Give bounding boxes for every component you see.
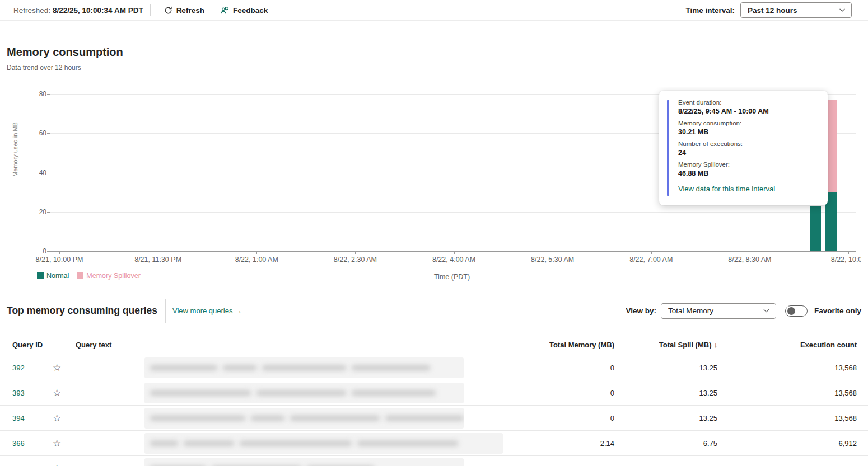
gridline [50,212,856,213]
x-tick-label: 8/22, 8:30 AM [728,256,771,263]
x-tick-label: 8/22, 10:00 [831,256,861,263]
tooltip-spillover-label: Memory Spillover: [678,161,819,169]
table-row: 392 ☆ 0 13.25 13,568 [0,355,868,380]
memory-section-subtitle: Data trend over 12 hours [7,64,81,72]
total-memory-value: 2.14 [530,439,614,448]
total-spill-value: 13.25 [622,364,717,372]
execution-count-value: 256 [767,464,857,466]
query-text-redacted [144,383,464,403]
feedback-button[interactable]: Feedback [214,4,273,17]
tooltip-spillover-value: 46.88 MB [678,169,819,178]
query-text-redacted [144,408,464,429]
y-tick-label: 0 [27,247,46,255]
x-axis-title: Time (PDT) [50,273,854,281]
x-tick-label: 8/22, 5:30 AM [531,256,574,263]
memory-consumption-chart: Memory used in MB 0204060808/21, 10:00 P… [7,87,861,284]
total-memory-value: 0 [530,464,614,466]
y-tick-label: 40 [27,169,46,177]
query-performance-dashboard: Refreshed:8/22/25, 10:00:34 AM PDT Refre… [0,0,868,466]
header-total-spill-label: Total Spill (MB) [659,340,712,349]
table-row: 393 ☆ 0 13.25 13,568 [0,380,868,406]
refreshed-label: Refreshed: [13,6,50,15]
feedback-icon [220,6,229,15]
query-id-link[interactable]: 366 [12,439,25,448]
x-tick-label: 8/22, 7:00 AM [629,256,673,263]
chevron-down-icon [839,7,846,13]
time-interval-dropdown[interactable]: Past 12 hours [740,2,852,18]
favorite-star-icon[interactable]: ☆ [53,439,66,448]
table-header-row: Query ID Query text Total Memory (MB) To… [0,334,868,355]
total-memory-value: 0 [530,414,614,422]
y-axis-title: Memory used in MB [12,122,18,177]
favorite-star-icon[interactable]: ☆ [53,363,66,373]
favorite-star-icon[interactable]: ☆ [53,413,66,423]
view-data-interval-link[interactable]: View data for this time interval [678,185,775,193]
refresh-icon [164,6,172,15]
memory-section-title: Memory consumption [7,46,123,59]
query-id-link[interactable]: 391 [12,464,25,466]
query-text-redacted [144,458,464,466]
view-more-queries-link[interactable]: View more queries → [172,307,242,315]
total-spill-value: 6.75 [622,439,717,448]
total-spill-value: 13.25 [622,389,717,397]
tooltip-memory-value: 30.21 MB [678,128,819,137]
table-row: 366 ☆ 2.14 6.75 6,912 [0,431,868,456]
toolbar-divider [150,4,151,16]
total-memory-value: 0 [530,389,614,397]
chart-tooltip: Event duration: 8/22/25, 9:45 AM - 10:00… [659,91,828,205]
view-by-label: View by: [626,307,656,315]
y-axis-line [50,94,50,251]
x-tick-label: 8/22, 1:00 AM [235,256,278,263]
refresh-label: Refresh [176,6,204,15]
normal-bar[interactable] [810,206,821,251]
refreshed-timestamp: Refreshed:8/22/25, 10:00:34 AM PDT [13,6,143,15]
top-queries-table: Query ID Query text Total Memory (MB) To… [0,334,868,466]
favorite-star-icon[interactable]: ☆ [53,464,66,466]
x-tick-label: 8/22, 2:30 AM [334,256,377,263]
refreshed-value: 8/22/25, 10:00:34 AM PDT [53,6,143,15]
tooltip-executions-label: Number of executions: [678,140,819,148]
query-id-link[interactable]: 393 [12,389,25,397]
table-row: 391 ☆ 0 0.25 256 [0,456,868,466]
favorite-only-toggle[interactable] [785,305,808,317]
query-text-redacted [144,357,464,378]
tooltip-memory-label: Memory consumption: [678,119,819,128]
view-by-dropdown[interactable]: Total Memory [661,303,776,319]
time-interval-label: Time interval: [685,6,735,15]
header-execution-count[interactable]: Execution count [767,340,857,349]
view-more-label: View more queries [172,307,232,315]
normal-swatch-icon [37,272,44,279]
favorite-star-icon[interactable]: ☆ [53,388,66,398]
header-query-text[interactable]: Query text [76,340,111,349]
x-tick-label: 8/22, 4:00 AM [432,256,475,263]
toggle-knob [787,307,795,315]
tooltip-event-duration-label: Event duration: [678,98,819,107]
y-tick-label: 60 [27,129,46,137]
x-tick-label: 8/21, 11:30 PM [134,256,181,263]
tooltip-event-duration-value: 8/22/25, 9:45 AM - 10:00 AM [678,107,819,116]
tooltip-accent-bar [667,100,669,196]
query-text-redacted [144,433,503,454]
queries-section-header: Top memory consuming queries View more q… [0,299,868,323]
total-spill-value: 0.25 [622,464,717,466]
execution-count-value: 6,912 [767,439,857,448]
refresh-button[interactable]: Refresh [158,4,210,17]
sort-descending-icon: ↓ [714,340,718,349]
total-memory-value: 0 [530,364,614,372]
execution-count-value: 13,568 [767,364,857,372]
table-row: 394 ☆ 0 13.25 13,568 [0,406,868,431]
y-tick-label: 20 [27,208,46,216]
y-tick-label: 80 [27,90,46,98]
toolbar: Refreshed:8/22/25, 10:00:34 AM PDT Refre… [0,0,868,21]
query-id-link[interactable]: 392 [12,364,25,372]
view-by-value: Total Memory [668,307,713,315]
execution-count-value: 13,568 [767,414,857,422]
header-total-memory[interactable]: Total Memory (MB) [530,340,614,349]
tooltip-executions-value: 24 [678,148,819,158]
query-id-link[interactable]: 394 [12,414,25,422]
x-tick-label: 8/21, 10:00 PM [36,256,83,263]
x-axis-line [50,251,856,252]
total-spill-value: 13.25 [622,414,717,422]
header-total-spill[interactable]: Total Spill (MB)↓ [622,340,717,349]
header-query-id[interactable]: Query ID [12,340,52,349]
